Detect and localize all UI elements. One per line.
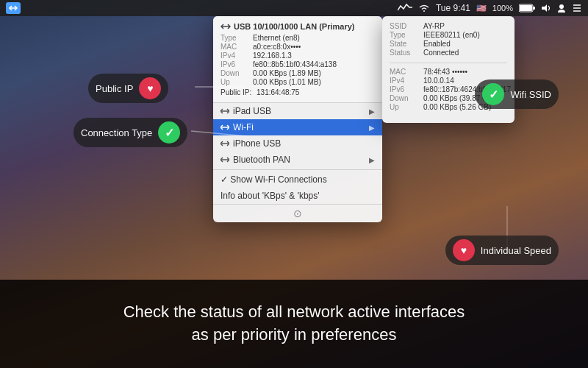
individual-speed-heart-icon: ♥ xyxy=(461,244,467,256)
dropdown-menu: USB 10/100/1000 LAN (Primary) Type Ether… xyxy=(213,16,382,222)
ipad-usb-icon xyxy=(220,107,229,115)
ssid-value: AY-RP xyxy=(423,22,507,30)
wifi-type-value: IEEE80211 (en0) xyxy=(423,31,507,39)
wifi-status-value: Connected xyxy=(423,49,507,57)
up-label: Up xyxy=(220,78,250,86)
interface-title: USB 10/100/1000 LAN (Primary) xyxy=(220,22,375,31)
ssid-label: SSID xyxy=(390,22,420,30)
menubar-left xyxy=(6,2,24,14)
user-icon xyxy=(557,4,566,13)
wifi-rows-top: SSID AY-RP Type IEEE80211 (en0) State En… xyxy=(390,22,507,57)
svg-marker-4 xyxy=(542,4,547,12)
iphone-usb-label: iPhone USB xyxy=(233,138,281,149)
connection-type-label: Connection Type xyxy=(81,127,152,138)
network-activity-icon xyxy=(398,3,412,13)
heart-icon: ♥ xyxy=(147,82,153,94)
menubar-battery: 100% xyxy=(492,4,513,13)
wifi-state-label: State xyxy=(390,40,420,48)
wifi-ipv6-label: IPv6 xyxy=(390,85,420,93)
menu-item-bluetooth-pan[interactable]: Bluetooth PAN ▶ xyxy=(213,152,382,168)
checkmark-icon: ✓ xyxy=(165,126,174,140)
type-label: Type xyxy=(220,34,250,42)
svg-point-5 xyxy=(559,4,564,9)
wifi-ssid-pill[interactable]: ✓ Wifi SSID xyxy=(475,79,559,109)
wifi-up-label: Up xyxy=(390,103,420,111)
wifi-mac-label: MAC xyxy=(390,68,420,76)
individual-speed-badge: ♥ xyxy=(453,239,475,261)
up-value: 0.00 KBps (1.01 MB) xyxy=(253,78,375,86)
show-wifi-label: ✓ Show Wi-Fi Connections xyxy=(220,174,327,185)
wifi-type-label: Type xyxy=(390,31,420,39)
wifi-section-top: SSID AY-RP Type IEEE80211 (en0) State En… xyxy=(390,22,507,57)
connection-type-badge: ✓ xyxy=(158,121,180,144)
primary-interface-card: USB 10/100/1000 LAN (Primary) Type Ether… xyxy=(213,16,382,103)
wifi-icon xyxy=(418,4,430,13)
svg-rect-3 xyxy=(533,7,535,10)
wifi-label: Wi-Fi xyxy=(233,122,254,132)
menu-item-show-wifi[interactable]: ✓ Show Wi-Fi Connections xyxy=(213,171,382,188)
bottom-bar: Check the status of all network active i… xyxy=(0,280,588,368)
svg-rect-2 xyxy=(520,5,532,11)
individual-speed-pill[interactable]: ♥ Individual Speed xyxy=(445,236,559,265)
footer-icon: ⊙ xyxy=(293,208,302,219)
menubar-time: Tue 9:41 xyxy=(436,3,470,13)
volume-icon xyxy=(541,4,551,13)
individual-speed-label: Individual Speed xyxy=(481,245,551,256)
bluetooth-pan-label: Bluetooth PAN xyxy=(233,155,290,165)
ipv6-value: fe80::8b5:1bf0:4344:a138 xyxy=(253,60,375,68)
iphone-usb-icon xyxy=(220,140,229,147)
public-ip-pill[interactable]: Public IP ♥ xyxy=(88,74,168,103)
wifi-ssid-checkmark-icon: ✓ xyxy=(489,88,498,102)
down-value: 0.00 KBps (1.89 MB) xyxy=(253,69,375,77)
ethernet-icon xyxy=(220,23,231,30)
wifi-ssid-badge: ✓ xyxy=(482,83,504,105)
interface-name: USB 10/100/1000 LAN (Primary) xyxy=(234,22,354,31)
chevron-icon: ▶ xyxy=(369,107,375,116)
menu-footer: ⊙ xyxy=(213,204,382,222)
mac-value: a0:ce:c8:0x•••• xyxy=(253,43,375,51)
wifi-chevron-icon: ▶ xyxy=(369,124,375,132)
wifi-mac-value: 78:4f:43 •••••• xyxy=(423,68,511,76)
menu-item-iphone-usb[interactable]: iPhone USB xyxy=(213,135,382,152)
public-ip-label: Public IP xyxy=(96,83,133,94)
menubar-right: Tue 9:41 🇺🇸 100% xyxy=(398,3,582,13)
wifi-state-value: Enabled xyxy=(423,40,507,48)
interface-rows: Type Ethernet (en8) MAC a0:ce:c8:0x•••• … xyxy=(220,34,375,96)
menu-item-info-kbps[interactable]: Info about 'KBps' & 'kbps' xyxy=(213,188,382,204)
menubar: Tue 9:41 🇺🇸 100% xyxy=(0,0,588,16)
bluetooth-icon xyxy=(220,156,229,163)
ipv4-value: 192.168.1.3 xyxy=(253,52,375,60)
menubar-flag: 🇺🇸 xyxy=(476,4,487,13)
menu-separator-1 xyxy=(213,169,382,170)
wifi-down-label: Down xyxy=(390,94,420,102)
list-icon xyxy=(572,4,582,13)
public-ip-badge: ♥ xyxy=(139,77,161,99)
bottom-text-line2: as per priority in preferences xyxy=(192,324,397,347)
battery-icon xyxy=(519,4,535,13)
ipv4-label: IPv4 xyxy=(220,52,250,60)
menu-item-ipad-usb[interactable]: iPad USB ▶ xyxy=(213,103,382,119)
mac-label: MAC xyxy=(220,43,250,51)
bottom-text-line1: Check the status of all network active i… xyxy=(123,301,465,324)
wifi-status-label: Status xyxy=(390,49,420,57)
wifi-ipv4-label: IPv4 xyxy=(390,77,420,85)
wifi-divider xyxy=(390,63,507,63)
menu-item-wifi[interactable]: Wi-Fi ▶ xyxy=(213,119,382,135)
app-icon[interactable] xyxy=(6,2,21,14)
wifi-menu-icon xyxy=(220,124,229,131)
public-ip-row: Public IP: 131:64:48:75 xyxy=(220,88,375,96)
wifi-ssid-label: Wifi SSID xyxy=(510,89,551,100)
ipad-usb-label: iPad USB xyxy=(233,106,271,116)
ipv6-label: IPv6 xyxy=(220,60,250,68)
type-value: Ethernet (en8) xyxy=(253,34,375,42)
info-kbps-label: Info about 'KBps' & 'kbps' xyxy=(220,191,320,201)
down-label: Down xyxy=(220,69,250,77)
bt-chevron-icon: ▶ xyxy=(369,156,375,164)
connection-type-pill[interactable]: Connection Type ✓ xyxy=(74,118,187,147)
